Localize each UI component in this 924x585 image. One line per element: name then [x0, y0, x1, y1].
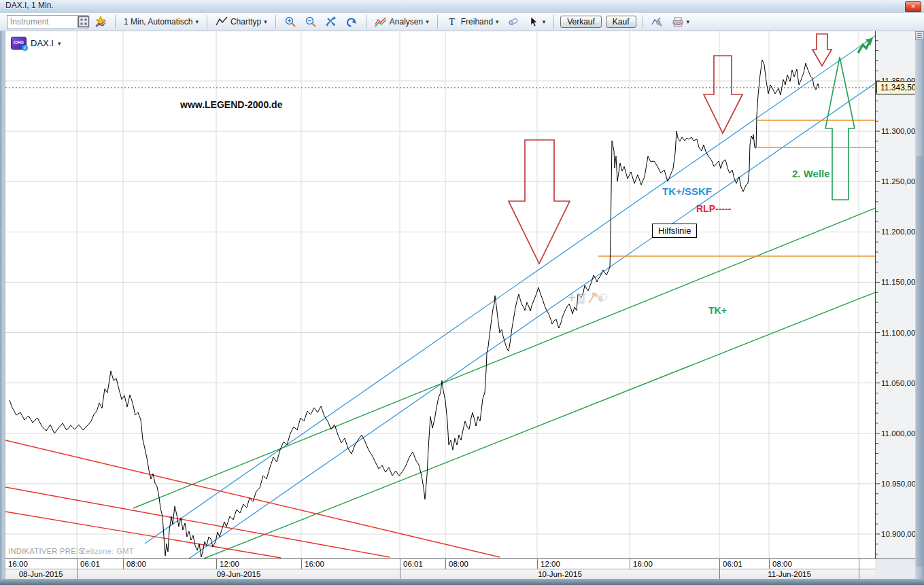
- cursor-tool-dropdown[interactable]: ▾: [526, 14, 548, 29]
- keypad-icon: [78, 16, 90, 28]
- analyses-chart-icon: [375, 16, 387, 28]
- ghost-tools-icons: [568, 292, 608, 303]
- charttype-label: Charttyp: [230, 17, 261, 26]
- instrument-search: [7, 15, 88, 29]
- zoom-in-button[interactable]: [282, 14, 298, 29]
- time-axis-row: 16:0006:0108:0012:0016:0006:0108:0012:00…: [5, 559, 875, 569]
- price-tick-label: 11.000,00: [881, 429, 915, 438]
- tk-label[interactable]: TK+: [708, 305, 727, 316]
- date-cell: 11-Jun-2015: [719, 569, 859, 579]
- cursor-icon: [528, 16, 540, 28]
- toolbar: 1 Min, Automatisch ▾ Charttyp ▾ Analysen…: [0, 13, 924, 31]
- tk-sskf-lower-blue[interactable]: [189, 83, 875, 559]
- price-chart-plot[interactable]: [5, 31, 875, 559]
- analyses-label: Analysen: [390, 17, 423, 26]
- text-tool-icon: T: [446, 16, 458, 28]
- freehand-dropdown[interactable]: T Freihand ▾: [444, 14, 501, 29]
- chevron-down-icon: ▾: [195, 18, 199, 25]
- toolbar-separator: [366, 15, 366, 29]
- zoom-in-icon: [284, 16, 296, 28]
- cfd-instrument-icon: CFD i: [11, 37, 27, 50]
- time-cell: 08:00: [445, 559, 540, 569]
- date-cell: 09-Jun-2015: [77, 569, 400, 579]
- chevron-down-icon: ▾: [58, 40, 61, 47]
- time-cell: 08:00: [123, 559, 219, 569]
- tk-lower-green[interactable]: [204, 292, 875, 559]
- watchlist-chart-button[interactable]: [92, 14, 109, 29]
- price-series: [10, 60, 819, 557]
- welle2-label[interactable]: 2. Welle: [792, 168, 830, 179]
- symbol-legend-dropdown[interactable]: CFD i DAX.I ▾: [11, 37, 61, 50]
- price-tick-label: 11.250,00: [881, 177, 915, 185]
- title-bar: DAX.I, 1 Min. ×: [0, 0, 924, 14]
- timeframe-dropdown[interactable]: 1 Min, Automatisch ▾: [122, 16, 201, 28]
- freehand-label: Freihand: [461, 17, 493, 26]
- chart-wrench-icon: [651, 16, 664, 28]
- price-tick-label: 11.200,00: [881, 228, 915, 236]
- pan-arrows-icon: [325, 16, 337, 28]
- price-tick-label: 10.900,00: [881, 530, 915, 538]
- hilfslinie-label[interactable]: Hilfslinie: [652, 224, 697, 238]
- down-arrow-large[interactable]: [509, 140, 570, 264]
- time-cell: 06:01: [719, 559, 772, 569]
- chevron-down-icon: ▾: [264, 18, 267, 25]
- vertical-scrollbar[interactable]: [915, 31, 924, 580]
- time-cell: 16:00: [5, 559, 79, 569]
- toolbar-separator: [207, 15, 207, 29]
- eraser-icon: [507, 16, 519, 28]
- sell-button[interactable]: Verkauf: [560, 16, 602, 28]
- print-dropdown[interactable]: ▾: [670, 14, 692, 29]
- svg-text:T: T: [449, 16, 455, 27]
- window-border-left: [0, 31, 5, 585]
- chevron-down-icon: ▾: [687, 18, 690, 25]
- price-tick-label: 10.950,00: [881, 480, 915, 488]
- live-trend-icon: [858, 38, 873, 53]
- scrollbar-top-button[interactable]: [915, 31, 924, 40]
- time-cell: 16:00: [630, 559, 722, 569]
- window-border-bottom: [0, 579, 924, 585]
- toolbar-separator: [437, 15, 438, 29]
- star-chart-icon: [95, 16, 107, 28]
- gridlines: [5, 31, 875, 559]
- buy-button[interactable]: Kauf: [606, 16, 636, 28]
- time-cell: 06:01: [77, 559, 126, 569]
- zoom-out-icon: [305, 16, 317, 28]
- eraser-button[interactable]: [505, 14, 521, 29]
- chevron-down-icon: ▾: [426, 18, 429, 25]
- instrument-lookup-button[interactable]: [77, 16, 90, 28]
- timeframe-label: 1 Min, Automatisch: [124, 17, 192, 26]
- tk-sskf-label[interactable]: TK+/SSKF: [662, 185, 712, 197]
- toolbar-separator: [643, 15, 643, 29]
- line-chart-icon: [216, 16, 228, 28]
- toolbar-separator: [115, 15, 116, 29]
- status-divider: [77, 546, 78, 557]
- time-cell: 12:00: [537, 559, 632, 569]
- indicative-price-label: INDIKATIVER PREIS: [8, 547, 84, 555]
- close-button[interactable]: ×: [905, 1, 921, 12]
- price-axis[interactable]: 11.350,0011.300,0011.250,0011.200,0011.1…: [875, 31, 915, 559]
- time-cell: 06:01: [400, 559, 448, 569]
- price-tick-label: 11.300,00: [881, 127, 915, 135]
- watermark[interactable]: www.LEGEND-2000.de: [180, 99, 282, 110]
- charttype-dropdown[interactable]: Charttyp ▾: [213, 14, 269, 29]
- tk-sskf-upper-blue[interactable]: [145, 35, 875, 544]
- analyses-dropdown[interactable]: Analysen ▾: [373, 14, 431, 29]
- printer-icon: [672, 16, 684, 28]
- time-cell: 16:00: [301, 559, 403, 569]
- app-window: DAX.I, 1 Min. × 1 Min, Automatisch ▾ Cha…: [0, 0, 924, 585]
- chevron-down-icon: ▾: [496, 18, 499, 25]
- scrollbar-thumb[interactable]: [916, 156, 923, 567]
- tk-upper-green[interactable]: [133, 208, 875, 508]
- trend-lines-layer: [5, 35, 875, 559]
- undo-button[interactable]: [343, 14, 360, 29]
- zoom-out-button[interactable]: [303, 14, 319, 29]
- instrument-input[interactable]: [7, 16, 77, 29]
- chart-settings-button[interactable]: [649, 14, 666, 29]
- timezone-label: Zeitzone: GMT: [81, 547, 134, 555]
- down-arrow-medium[interactable]: [704, 56, 742, 133]
- chart-area: 11.350,0011.300,0011.250,0011.200,0011.1…: [0, 31, 924, 585]
- down-arrow-small[interactable]: [812, 34, 832, 66]
- rlp-label[interactable]: RLP-----: [696, 203, 731, 214]
- window-title: DAX.I, 1 Min.: [5, 1, 54, 10]
- pan-button[interactable]: [323, 14, 339, 29]
